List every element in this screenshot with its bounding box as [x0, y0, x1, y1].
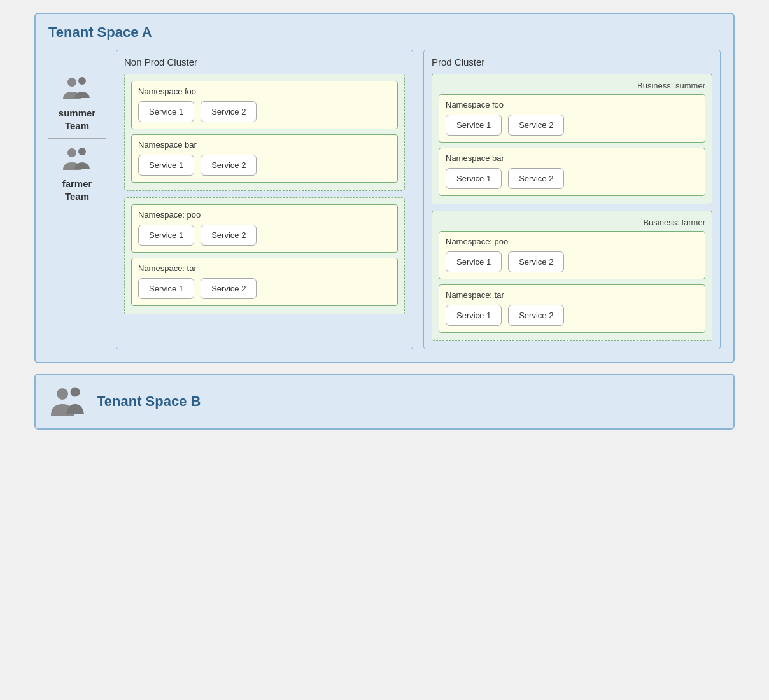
page-container: Tenant Space A summerTeam: [34, 13, 735, 430]
tenant-a-title: Tenant Space A: [48, 24, 721, 41]
service-box: Service 1: [446, 251, 502, 272]
prod-ns-bar: Namespace bar Service 1 Service 2: [439, 148, 705, 196]
non-prod-summer-section: Namespace foo Service 1 Service 2 Namesp…: [124, 74, 405, 191]
prod-ns-foo-services: Service 1 Service 2: [446, 115, 698, 136]
prod-ns-foo: Namespace foo Service 1 Service 2: [439, 94, 705, 143]
service-box: Service 2: [508, 115, 564, 136]
svg-point-0: [67, 78, 76, 87]
team-labels: summerTeam farmerTeam: [48, 50, 106, 215]
service-box: Service 2: [201, 278, 257, 299]
clusters-container: Non Prod Cluster Namespace foo Service 1…: [116, 50, 721, 349]
prod-ns-tar-services: Service 1 Service 2: [446, 305, 698, 326]
farmer-team-label: farmerTeam: [48, 146, 106, 209]
prod-cluster-title: Prod Cluster: [432, 57, 712, 67]
service-box: Service 1: [138, 278, 194, 299]
farmer-team-icon: [60, 146, 94, 174]
service-box: Service 1: [138, 101, 194, 122]
prod-ns-foo-label: Namespace foo: [446, 100, 698, 109]
svg-point-4: [57, 388, 68, 400]
prod-farmer-business-label: Business: farmer: [439, 218, 705, 227]
tenant-b-icon: [48, 385, 87, 418]
service-box: Service 2: [201, 101, 257, 122]
svg-point-5: [71, 388, 80, 397]
service-box: Service 1: [446, 168, 502, 189]
svg-point-2: [67, 148, 76, 157]
service-box: Service 2: [201, 155, 257, 176]
tenant-space-b: Tenant Space B: [34, 374, 735, 430]
prod-ns-tar-label: Namespace: tar: [446, 290, 698, 300]
svg-point-1: [78, 77, 86, 85]
prod-cluster: Prod Cluster Business: summer Namespace …: [423, 50, 721, 349]
service-box: Service 1: [138, 225, 194, 246]
service-box: Service 2: [508, 168, 564, 189]
service-box: Service 2: [201, 225, 257, 246]
tenant-space-a: Tenant Space A summerTeam: [34, 13, 735, 363]
non-prod-cluster-title: Non Prod Cluster: [124, 57, 405, 67]
service-box: Service 1: [138, 155, 194, 176]
non-prod-ns-bar-services: Service 1 Service 2: [138, 155, 391, 176]
tenant-b-title: Tenant Space B: [97, 393, 201, 410]
non-prod-ns-bar-label: Namespace bar: [138, 140, 391, 150]
prod-ns-poo: Namespace: poo Service 1 Service 2: [439, 231, 705, 279]
prod-ns-bar-services: Service 1 Service 2: [446, 168, 698, 189]
non-prod-farmer-section: Namespace: poo Service 1 Service 2 Names…: [124, 197, 405, 314]
prod-ns-poo-services: Service 1 Service 2: [446, 251, 698, 272]
prod-ns-bar-label: Namespace bar: [446, 153, 698, 163]
prod-ns-poo-label: Namespace: poo: [446, 237, 698, 246]
non-prod-ns-tar-label: Namespace: tar: [138, 263, 391, 273]
summer-team-label: summerTeam: [48, 75, 106, 139]
service-box: Service 1: [446, 115, 502, 136]
prod-ns-tar: Namespace: tar Service 1 Service 2: [439, 284, 705, 333]
svg-point-3: [78, 148, 86, 155]
service-box: Service 2: [508, 305, 564, 326]
prod-summer-business-label: Business: summer: [439, 81, 705, 90]
prod-summer-section: Business: summer Namespace foo Service 1…: [432, 74, 712, 204]
summer-team-name: summerTeam: [59, 107, 95, 132]
non-prod-ns-poo-services: Service 1 Service 2: [138, 225, 391, 246]
non-prod-ns-foo-services: Service 1 Service 2: [138, 101, 391, 122]
prod-farmer-section: Business: farmer Namespace: poo Service …: [432, 211, 712, 341]
non-prod-ns-foo: Namespace foo Service 1 Service 2: [131, 81, 398, 129]
summer-team-icon: [60, 75, 94, 103]
farmer-team-name: farmerTeam: [62, 178, 92, 202]
non-prod-ns-poo: Namespace: poo Service 1 Service 2: [131, 204, 398, 253]
service-box: Service 2: [508, 251, 564, 272]
non-prod-cluster: Non Prod Cluster Namespace foo Service 1…: [116, 50, 413, 349]
non-prod-ns-tar-services: Service 1 Service 2: [138, 278, 391, 299]
non-prod-ns-tar: Namespace: tar Service 1 Service 2: [131, 258, 398, 306]
non-prod-ns-foo-label: Namespace foo: [138, 87, 391, 96]
service-box: Service 1: [446, 305, 502, 326]
non-prod-ns-bar: Namespace bar Service 1 Service 2: [131, 134, 398, 183]
non-prod-ns-poo-label: Namespace: poo: [138, 210, 391, 220]
